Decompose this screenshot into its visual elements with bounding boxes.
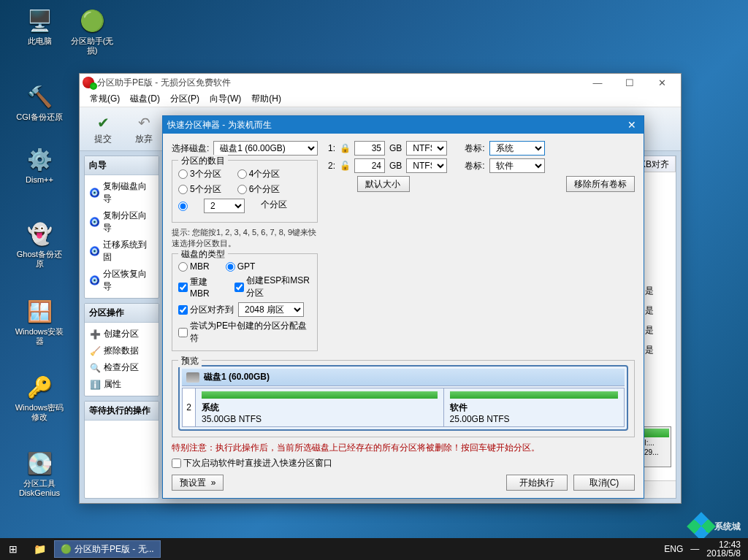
size-input-2[interactable] [354, 158, 385, 173]
close-button[interactable]: ✕ [646, 74, 678, 91]
sidebar-item-recover[interactable]: 🧿分区恢复向导 [88, 266, 156, 295]
desktop-icon-winpwd[interactable]: 🔑Windows密码修改 [13, 372, 66, 422]
panel-header: 等待执行的操作 [85, 402, 159, 421]
hint-text: 提示: 您能按1, 2, 3, 4, 5, 6, 7, 8, 9键来快速选择分区… [172, 227, 318, 249]
menu-general[interactable]: 常规(G) [85, 91, 124, 107]
desktop-icon-pa[interactable]: 🟢分区助手(无损) [66, 6, 118, 55]
menu-help[interactable]: 帮助(H) [247, 91, 286, 107]
desktop-icon-pc[interactable]: 🖥️此电脑 [13, 6, 66, 46]
sidebar-item-check[interactable]: 🔍检查分区 [88, 359, 156, 376]
disk-icon: 💽 [25, 448, 54, 477]
radio-mbr[interactable]: MBR [178, 261, 210, 272]
warning-text: 特别注意：执行此操作后，当前所选磁盘上已经存在的所有分区将被删除！按回车键开始分… [172, 442, 635, 454]
search-icon: 🔍 [89, 362, 101, 374]
desktop-icon-dism[interactable]: ⚙️Dism++ [13, 145, 66, 185]
preview-index: 2 [183, 388, 196, 426]
sidebar-item-migrate[interactable]: 🧿迁移系统到固 [88, 237, 156, 266]
info-icon: ℹ️ [89, 379, 101, 391]
window-buttons: ― ☐ ✕ [581, 74, 678, 91]
cancel-button[interactable]: 取消(C) [573, 475, 635, 491]
erase-icon: 🧹 [89, 345, 101, 357]
disk-icon [186, 372, 199, 383]
tray-lang[interactable]: ENG [664, 544, 683, 554]
menu-partition[interactable]: 分区(P) [166, 91, 204, 107]
sidebar: 向导 🧿复制磁盘向导 🧿复制分区向导 🧿迁移系统到固 🧿分区恢复向导 分区操作 … [80, 151, 164, 503]
taskbar-task[interactable]: 🟢分区助手PE版 - 无... [54, 540, 161, 558]
partition-row-2: 2: 🔓 GB NTFS 卷标: 软件 [328, 158, 635, 173]
panel-header: 向导 [85, 156, 159, 175]
sidebar-item-props[interactable]: ℹ️属性 [88, 376, 156, 393]
fs-select-2[interactable]: NTFS [406, 158, 447, 173]
check-align[interactable]: 分区对齐到 [178, 304, 234, 316]
radio-3[interactable]: 3个分区 [178, 168, 221, 180]
gear-icon: ⚙️ [25, 145, 54, 174]
pending-list [85, 421, 159, 426]
remove-labels-button[interactable]: 移除所有卷标 [566, 176, 635, 192]
app-icon: 🟢 [77, 6, 107, 35]
radio-5[interactable]: 5个分区 [178, 183, 221, 196]
minimize-button[interactable]: ― [581, 74, 614, 91]
radio-6[interactable]: 6个分区 [237, 183, 280, 196]
custom-count-select[interactable]: 2 [204, 199, 245, 213]
maximize-button[interactable]: ☐ [614, 74, 646, 91]
check-next-time[interactable]: 下次启动软件时直接进入快速分区窗口 [172, 457, 332, 469]
taskbar-explorer[interactable]: 📁 [26, 538, 53, 560]
desktop-icon-dg[interactable]: 💽分区工具DiskGenius [13, 448, 66, 498]
sidebar-item-copy-part[interactable]: 🧿复制分区向导 [88, 207, 156, 237]
window-title: 分区助手PE版 - 无损分区免费软件 [97, 77, 231, 89]
panel-wizard: 向导 🧿复制磁盘向导 🧿复制分区向导 🧿迁移系统到固 🧿分区恢复向导 [84, 156, 159, 299]
check-rebuild-mbr[interactable]: 重建MBR [178, 275, 218, 299]
system-tray: ENG ― 12:43 2018/5/8 [664, 540, 748, 558]
menu-disk[interactable]: 磁盘(D) [126, 91, 164, 107]
watermark: 系统城 [691, 516, 741, 537]
align-select[interactable]: 2048 扇区 [238, 302, 304, 317]
sidebar-item-copy-disk[interactable]: 🧿复制磁盘向导 [88, 178, 156, 207]
lock-icon[interactable]: 🔒 [340, 143, 350, 153]
radio-4[interactable]: 4个分区 [237, 168, 280, 180]
disk-select[interactable]: 磁盘1 (60.00GB) [213, 141, 318, 156]
desktop-icon-ghost[interactable]: 👻Ghost备份还原 [13, 219, 66, 269]
tray-clock[interactable]: 12:43 2018/5/8 [706, 540, 741, 558]
desktop-icon-cgi[interactable]: 🔨CGI备份还原 [13, 82, 66, 122]
dialog-titlebar[interactable]: 快速分区神器 - 为装机而生 ✕ [163, 116, 644, 134]
check-esp[interactable]: 创建ESP和MSR分区 [234, 275, 311, 299]
radio-gpt[interactable]: GPT [226, 261, 256, 272]
vol-select-1[interactable]: 系统 [489, 141, 545, 156]
logo-icon [687, 512, 716, 541]
check-pe-letter[interactable]: 尝试为PE中创建的分区分配盘符 [178, 320, 311, 345]
start-button[interactable]: 开始执行 [506, 475, 568, 491]
close-icon[interactable]: ✕ [625, 119, 639, 131]
radio-custom[interactable] [178, 199, 188, 213]
chevron-icon: » [211, 477, 216, 488]
disk-bar[interactable]: I:...29... [642, 426, 671, 467]
vol-select-2[interactable]: 软件 [489, 158, 545, 173]
quick-partition-dialog: 快速分区神器 - 为装机而生 ✕ 选择磁盘: 磁盘1 (60.00GB) 分区的… [162, 115, 644, 499]
fs-select-1[interactable]: NTFS [406, 141, 447, 156]
preview-part-2[interactable]: 软件 25.00GB NTFS [444, 388, 624, 426]
tray-dash: ― [690, 544, 699, 554]
unlock-icon[interactable]: 🔓 [340, 161, 350, 171]
plus-icon: ➕ [89, 329, 101, 340]
hammer-icon: 🔨 [25, 82, 54, 111]
preview-group: 预览 磁盘1 (60.00GB) 2 系统 35.00GB NTFS 软件 25… [172, 360, 635, 437]
titlebar[interactable]: 分区助手PE版 - 无损分区免费软件 ― ☐ ✕ [80, 74, 681, 91]
dialog-title: 快速分区神器 - 为装机而生 [167, 119, 272, 131]
panel-ops: 分区操作 ➕创建分区 🧹擦除数据 🔍检查分区 ℹ️属性 [84, 303, 159, 396]
start-button[interactable]: ⊞ [0, 538, 26, 560]
select-disk-label: 选择磁盘: [172, 142, 209, 155]
sidebar-item-create[interactable]: ➕创建分区 [88, 326, 156, 342]
menu-wizard[interactable]: 向导(W) [205, 91, 245, 107]
preview-disk: 磁盘1 (60.00GB) 2 系统 35.00GB NTFS 软件 25.00… [178, 365, 628, 431]
preset-button[interactable]: 预设置 » [172, 475, 224, 491]
app-icon [83, 77, 94, 88]
default-size-button[interactable]: 默认大小 [357, 176, 410, 192]
desktop-icon-wininst[interactable]: 🪟Windows安装器 [13, 296, 66, 346]
key-icon: 🔑 [25, 372, 54, 402]
size-input-1[interactable] [354, 141, 385, 156]
sidebar-item-wipe[interactable]: 🧹擦除数据 [88, 342, 156, 359]
undo-icon: ↶ [134, 112, 154, 133]
toolbar-commit[interactable]: ✔提交 [85, 112, 121, 145]
taskbar: ⊞ 📁 🟢分区助手PE版 - 无... ENG ― 12:43 2018/5/8 [0, 538, 748, 560]
preview-part-1[interactable]: 系统 35.00GB NTFS [196, 388, 444, 426]
toolbar-discard[interactable]: ↶放弃 [126, 112, 161, 145]
